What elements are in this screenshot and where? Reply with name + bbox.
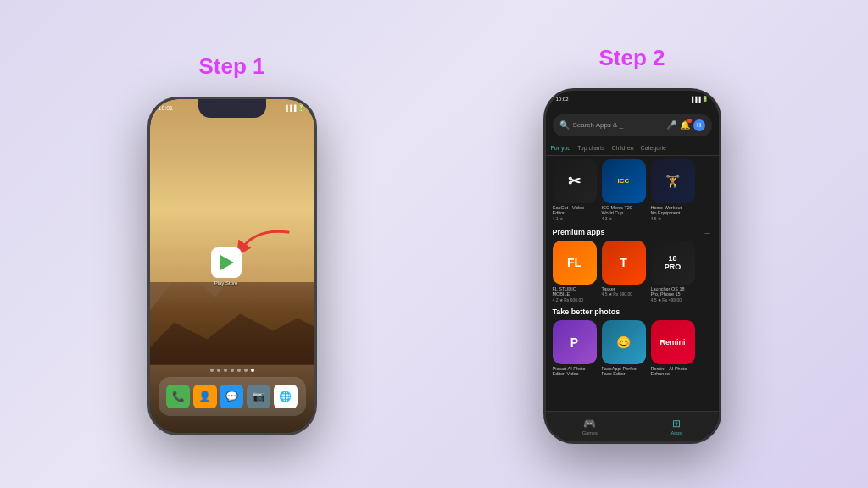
tab-categories[interactable]: Categorie [641, 143, 666, 153]
search-right-icons: 🎤 🔔 H [666, 119, 705, 131]
featured-app-icc[interactable]: ICC ICC Men's T20World Cup 4.3 ★ [602, 159, 646, 221]
fl-img: FL [553, 241, 597, 285]
power-button [315, 201, 317, 235]
tab-top-charts[interactable]: Top charts [577, 143, 604, 153]
dock-contacts-icon[interactable]: 👤 [193, 385, 217, 408]
workout-rating: 4.5 ★ [651, 216, 695, 221]
photo-app-remini[interactable]: Remini Remini - AI PhotoEnhancer [651, 320, 695, 377]
tasker-logo: T [620, 256, 627, 269]
faceapp-name: FaceApp: PerfectFace Editor [602, 366, 646, 377]
step-1-title: Step 1 [198, 53, 264, 80]
remini-logo: Remini [659, 338, 685, 347]
premium-app-launcher[interactable]: 18PRO Launcher OS 18Pro, Phone 15 4.5 ★ … [651, 241, 695, 302]
picsart-name: Picsart AI PhotoEditor, Video [553, 366, 597, 377]
picsart-logo: P [570, 336, 578, 349]
photo-section-header: Take better photos → [546, 304, 719, 319]
power-2-button [720, 192, 721, 226]
phone-1-dock: 📞 👤 💬 📷 🌐 [159, 377, 306, 416]
picsart-img: P [553, 320, 597, 364]
signal-2: ▐▐▐ 🔋 [690, 96, 708, 102]
photo-app-faceapp[interactable]: 😊 FaceApp: PerfectFace Editor [602, 320, 646, 377]
dot-7 [251, 369, 254, 372]
tabs-row: For you Top charts Children Categorie [546, 141, 719, 156]
workout-img: 🏋 [651, 159, 695, 203]
bottom-nav: 🎮 Games ⊞ Apps [546, 411, 719, 441]
play-store-ui: 🔍 Search Apps & _ 🎤 🔔 H [546, 109, 719, 441]
dot-3 [224, 369, 227, 372]
step-2-title: Step 2 [598, 45, 665, 71]
games-label: Games [582, 430, 598, 435]
user-avatar[interactable]: H [693, 119, 705, 131]
remini-img: Remini [651, 320, 695, 364]
nav-games[interactable]: 🎮 Games [582, 418, 598, 435]
icc-rating: 4.3 ★ [602, 216, 646, 221]
apps-label: Apps [671, 430, 682, 435]
apps-icon: ⊞ [672, 418, 681, 430]
main-container: Step 1 10:01 ▐▐▐ 🔋 [0, 0, 868, 488]
time-1: 10:01 [159, 105, 174, 111]
premium-app-fl[interactable]: FL FL STUDIOMOBILE 4.2 ★ Rs 600.00 [553, 241, 597, 302]
search-text: Search Apps & _ [573, 121, 663, 129]
launcher-name: Launcher OS 18Pro, Phone 15 [651, 286, 695, 297]
fl-name: FL STUDIOMOBILE [553, 286, 597, 297]
dock-camera-icon[interactable]: 📷 [247, 385, 270, 408]
remini-name: Remini - AI PhotoEnhancer [651, 366, 695, 377]
phone-2: 10:02 ▐▐▐ 🔋 🔍 Search Apps & _ 🎤 🔔 [543, 88, 721, 444]
dot-1 [210, 369, 214, 372]
phone-2-screen: 10:02 ▐▐▐ 🔋 🔍 Search Apps & _ 🎤 🔔 [546, 91, 719, 441]
mic-icon[interactable]: 🎤 [666, 120, 676, 130]
photo-app-picsart[interactable]: P Picsart AI PhotoEditor, Video [553, 320, 597, 377]
dock-chrome-icon[interactable]: 🌐 [274, 385, 298, 408]
step-1-section: Step 1 10:01 ▐▐▐ 🔋 [147, 53, 317, 435]
launcher-img: 18PRO [651, 241, 695, 285]
faceapp-img: 😊 [602, 320, 646, 364]
vol-up-button [147, 184, 149, 218]
featured-app-capcut[interactable]: ✂ CapCut - VideoEditor 4.1 ★ [553, 159, 597, 221]
faceapp-logo: 😊 [616, 336, 631, 349]
status-bar-1: 10:01 ▐▐▐ 🔋 [159, 103, 306, 114]
featured-app-workout[interactable]: 🏋 Home Workout -No Equipment 4.5 ★ [651, 159, 695, 221]
tasker-img: T [602, 241, 646, 285]
dock-messages-icon[interactable]: 💬 [220, 385, 243, 408]
dot-2 [217, 369, 220, 372]
search-icon: 🔍 [559, 120, 570, 130]
launcher-price: 4.5 ★ Rs 499.00 [651, 297, 695, 302]
vol-down-button [147, 225, 149, 258]
tasker-price: 4.5 ★ Rs 590.00 [602, 291, 646, 297]
nav-apps[interactable]: ⊞ Apps [671, 418, 682, 435]
phone-1-screen: 10:01 ▐▐▐ 🔋 Play Store [150, 99, 314, 433]
premium-section-header: Premium apps → [546, 225, 719, 239]
play-store-icon[interactable] [211, 247, 242, 278]
signal-icons-1: ▐▐▐ 🔋 [284, 105, 306, 112]
play-store-label: Play Store [197, 280, 256, 286]
workout-name: Home Workout -No Equipment [651, 205, 695, 216]
icc-img: ICC [602, 159, 646, 203]
status-bar-2: 10:02 ▐▐▐ 🔋 [556, 93, 709, 105]
tasker-name: Tasker [602, 286, 646, 292]
phone-1: 10:01 ▐▐▐ 🔋 Play Store [147, 97, 317, 435]
capcut-name: CapCut - VideoEditor [553, 205, 597, 216]
icc-name: ICC Men's T20World Cup [602, 205, 646, 216]
launcher-logo: 18PRO [665, 254, 682, 271]
tab-children[interactable]: Children [612, 143, 634, 153]
photo-title: Take better photos [553, 308, 620, 316]
photo-arrow[interactable]: → [704, 308, 712, 317]
games-icon: 🎮 [583, 418, 596, 430]
fl-logo: FL [567, 256, 581, 269]
dock-phone-icon[interactable]: 📞 [166, 385, 190, 408]
dot-6 [244, 369, 248, 372]
vol-down-2-button [543, 216, 545, 250]
search-bar[interactable]: 🔍 Search Apps & _ 🎤 🔔 H [553, 114, 712, 136]
featured-row: ✂ CapCut - VideoEditor 4.1 ★ ICC ICC Men… [546, 156, 719, 225]
dot-4 [231, 369, 234, 372]
premium-app-tasker[interactable]: T Tasker 4.5 ★ Rs 590.00 [602, 241, 646, 302]
icc-logo: ICC [618, 177, 630, 185]
photo-row: P Picsart AI PhotoEditor, Video 😊 FaceAp… [546, 319, 719, 379]
premium-row: FL FL STUDIOMOBILE 4.2 ★ Rs 600.00 T Tas… [546, 239, 719, 304]
workout-logo: 🏋 [665, 175, 680, 188]
premium-arrow[interactable]: → [704, 228, 712, 237]
step-2-section: Step 2 10:02 ▐▐▐ 🔋 🔍 Search Apps & _ [543, 45, 721, 444]
tab-for-you[interactable]: For you [551, 143, 571, 153]
time-2: 10:02 [556, 97, 569, 102]
bell-icon[interactable]: 🔔 [680, 120, 690, 130]
